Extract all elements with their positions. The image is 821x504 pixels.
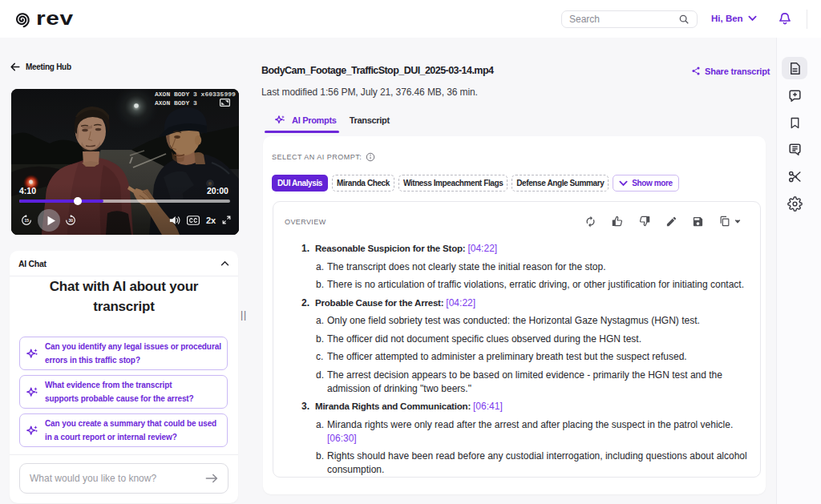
svg-text:30: 30: [68, 218, 73, 223]
svg-text:15: 15: [24, 218, 29, 223]
